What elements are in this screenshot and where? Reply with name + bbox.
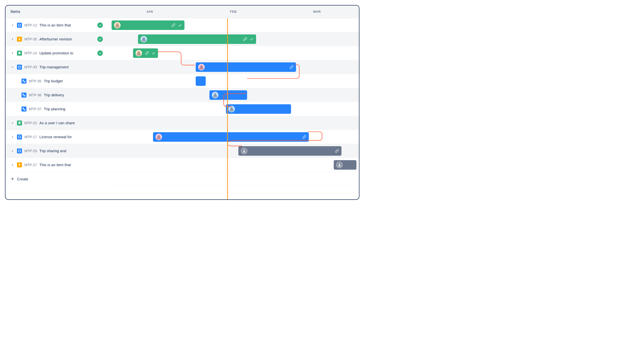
subtask-type-icon [22, 78, 27, 84]
plus-icon [11, 177, 15, 181]
item-summary: Trip sharing and [40, 149, 66, 153]
story-type-icon [17, 120, 22, 126]
svg-rect-4 [23, 94, 24, 95]
expand-toggle[interactable] [11, 121, 15, 125]
create-label: Create [17, 177, 28, 181]
item-row[interactable]: MTP-14Update promotion to [6, 46, 108, 60]
done-status-icon [97, 22, 103, 28]
timeline-row[interactable] [108, 32, 359, 46]
assignee-avatar [198, 64, 205, 70]
assignee-avatar [212, 92, 218, 98]
assignee-avatar [141, 36, 147, 42]
item-row[interactable]: MTP-12This is an item that [6, 18, 108, 32]
timeline-row[interactable] [108, 60, 359, 74]
item-row[interactable]: MTP-36Trip delivery [6, 88, 108, 102]
item-summary: License renewal for [40, 135, 72, 139]
item-key: MTP-37 [29, 107, 42, 111]
item-row[interactable]: MTP-33Trip management [6, 60, 108, 74]
expand-toggle[interactable] [11, 135, 15, 139]
item-key: MTP-35 [25, 37, 37, 41]
check-icon[interactable] [178, 23, 182, 27]
link-icon[interactable] [335, 149, 339, 153]
item-summary: Trip management [40, 65, 69, 69]
item-row[interactable]: MTP-37Trip planning [6, 102, 108, 116]
expand-toggle[interactable] [11, 23, 15, 27]
expand-toggle[interactable] [11, 37, 15, 41]
done-status-icon [97, 50, 103, 56]
epic-type-icon [17, 162, 22, 168]
item-row[interactable]: MTP-27This is an item that [6, 158, 108, 172]
timeline-bar[interactable] [209, 90, 247, 100]
month-label: JAN [108, 6, 191, 18]
item-summary: Trip delivery [44, 93, 64, 97]
items-column-header: Items [6, 6, 108, 18]
item-summary: As a user I can share [40, 121, 75, 125]
timeline-row[interactable] [108, 88, 359, 102]
timeline-bar[interactable] [238, 146, 341, 156]
assignee-avatar [228, 106, 235, 112]
item-key: MTP-29 [25, 149, 37, 153]
expand-toggle[interactable] [11, 149, 15, 153]
link-icon[interactable] [243, 37, 247, 41]
timeline-bar[interactable] [138, 34, 256, 44]
subtask-type-icon [22, 92, 27, 98]
subtask-type-icon [22, 106, 27, 112]
item-summary: Update promotion to [40, 51, 73, 55]
item-row[interactable]: MTP-17License renewal for [6, 130, 108, 144]
expand-toggle[interactable] [11, 65, 15, 69]
timeline-bar[interactable] [153, 132, 309, 142]
timeline-row[interactable] [108, 102, 359, 116]
create-item-button[interactable]: Create [6, 172, 108, 186]
link-icon[interactable] [302, 135, 306, 139]
epic-type-icon [17, 37, 22, 42]
item-summary: Afterburner revision [40, 37, 72, 41]
timeline-row[interactable] [108, 116, 359, 130]
svg-rect-3 [24, 81, 26, 82]
timeline-row[interactable] [108, 18, 359, 32]
timeline-row[interactable] [108, 74, 359, 88]
item-row[interactable]: MTP-22As a user I can share [6, 116, 108, 130]
item-key: MTP-12 [25, 23, 37, 27]
item-key: MTP-33 [25, 65, 37, 69]
timeline-row[interactable] [108, 130, 359, 144]
check-icon[interactable] [250, 37, 254, 41]
roadmap-board: ItemsJANFEBMARMTP-12This is an item that… [5, 5, 359, 200]
timeline-row [108, 172, 359, 186]
item-key: MTP-35 [29, 79, 42, 83]
item-row[interactable]: MTP-35Afterburner revision [6, 32, 108, 46]
link-icon[interactable] [172, 23, 176, 27]
item-row[interactable]: MTP-35Trip budget [6, 74, 108, 88]
task-type-icon [17, 64, 22, 70]
expand-toggle[interactable] [11, 51, 15, 55]
expand-toggle[interactable] [11, 163, 15, 167]
link-icon[interactable] [290, 65, 294, 69]
timeline-row[interactable] [108, 158, 359, 172]
svg-point-10 [244, 150, 245, 151]
svg-rect-9 [19, 150, 21, 152]
timeline-bar[interactable] [196, 62, 296, 72]
item-key: MTP-36 [29, 93, 42, 97]
svg-rect-6 [23, 108, 24, 109]
link-icon[interactable] [145, 51, 149, 55]
timeline-bar[interactable] [133, 48, 158, 58]
timeline-bar[interactable] [196, 76, 206, 86]
assignee-avatar [114, 22, 121, 28]
task-type-icon [17, 148, 22, 154]
timeline-bar[interactable] [112, 20, 185, 30]
item-summary: Trip planning [44, 107, 65, 111]
timeline-bar[interactable] [226, 104, 291, 114]
svg-point-11 [339, 164, 340, 165]
timeline-bar[interactable] [334, 160, 356, 170]
item-row[interactable]: MTP-29Trip sharing and [6, 144, 108, 158]
item-key: MTP-22 [25, 121, 37, 125]
timeline-row[interactable] [108, 46, 359, 60]
timeline-row[interactable] [108, 144, 359, 158]
check-icon[interactable] [152, 51, 156, 55]
svg-rect-8 [19, 136, 21, 138]
item-summary: This is an item that [40, 163, 71, 167]
item-summary: This is an item that [40, 23, 71, 27]
timeline-header: JANFEBMAR [108, 6, 359, 18]
done-status-icon [97, 36, 103, 42]
item-key: MTP-27 [25, 163, 37, 167]
story-type-icon [17, 51, 22, 56]
